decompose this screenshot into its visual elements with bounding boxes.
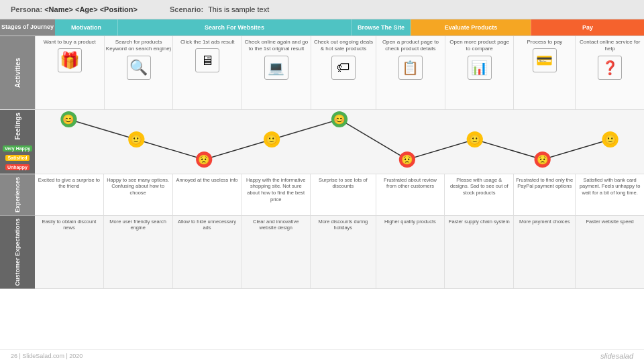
activity-icon-3: 💻 [264, 56, 288, 80]
activity-icon-7: 💳 [533, 48, 557, 72]
activity-icon-4: 🏷 [331, 56, 356, 80]
exp-8: Satisfied with bank card payment. Feels … [575, 174, 644, 215]
cexp-6: Faster supply chain system [444, 216, 513, 289]
exp-0: Excited to give a surprise to the friend [35, 174, 103, 215]
slide: Persona: <Name> <Age> <Position> Scenari… [0, 0, 644, 362]
stage-pay: Pay [531, 19, 644, 36]
experiences-label: Experiences [0, 174, 35, 215]
activity-7: Process to pay 💳 [513, 36, 575, 109]
feelings-row: Feelings Very Happy Satisfied Unhappy [0, 110, 644, 174]
feeling-emoji-5: 😟 [401, 154, 413, 166]
expectations-cells: Easily to obtain discount news More user… [35, 216, 644, 289]
activity-text-2: Click the 1st ads result [180, 39, 234, 46]
experiences-row: Experiences Excited to give a surprise t… [0, 174, 644, 216]
cexp-1: More user friendly search engine [103, 216, 172, 289]
exp-1: Happy to see many options. Confusing abo… [103, 174, 172, 215]
activity-icon-1: 🔍 [127, 56, 151, 80]
activity-5: Open a product page to check product det… [376, 36, 445, 109]
cexp-5: Higher quality products [376, 216, 445, 289]
activity-text-1: Search for products Keyword on search en… [106, 39, 172, 53]
feeling-emoji-3: 🙂 [266, 133, 278, 145]
journey-map: Stages of Journey Motivation Search For … [0, 19, 644, 289]
header: Persona: <Name> <Age> <Position> Scenari… [0, 0, 644, 19]
activity-3: Check online again and go to the 1st ori… [241, 36, 311, 109]
cexp-0: Easily to obtain discount news [35, 216, 103, 289]
activity-text-0: Want to buy a product [44, 39, 96, 46]
feeling-satisfied-badge: Satisfied [5, 155, 29, 161]
activity-icon-5: 📋 [398, 56, 423, 80]
persona-value: <Name> <Age> <Position> [44, 5, 138, 13]
exp-6: Please with usage & designs. Sad to see … [444, 174, 513, 215]
feelings-label: Feelings Very Happy Satisfied Unhappy [0, 110, 35, 174]
feeling-very-happy-badge: Very Happy [3, 145, 32, 152]
cexp-4: More discounts during holidays [310, 216, 375, 289]
activity-6: Open more product page to compare 📊 [445, 36, 514, 109]
activity-text-3: Check online again and go to the 1st ori… [244, 39, 309, 53]
feeling-emoji-2: 😟 [198, 154, 210, 166]
feeling-emoji-4: 😊 [333, 113, 345, 125]
feelings-title: Feelings [14, 113, 21, 140]
expectations-row: Customer Expectations Easily to obtain d… [0, 216, 644, 290]
feelings-chart: 😊 🙂 😟 🙂 😊 😟 [35, 110, 644, 174]
activity-8: Contact online service for help ❓ [575, 36, 644, 109]
stage-evaluate: Evaluate Products [411, 19, 531, 36]
activity-text-7: Process to pay [527, 39, 562, 46]
feeling-emoji-1: 🙂 [130, 133, 142, 145]
expectations-label: Customer Expectations [0, 216, 35, 289]
footer: 26 | SlideSalad.com | 2020 slidesalad [0, 349, 644, 362]
feeling-unhappy-badge: Unhappy [5, 164, 30, 170]
activity-icon-0: 🎁 [58, 48, 82, 72]
activity-icon-2: 🖥 [195, 48, 219, 72]
stage-search: Search For Websites [117, 19, 351, 36]
persona-label: Persona: <Name> <Age> <Position> [11, 5, 138, 13]
activity-text-6: Open more product page to compare [447, 39, 513, 53]
activity-0: Want to buy a product 🎁 [35, 36, 104, 109]
activity-text-4: Check out ongoing deals & hot sale produ… [313, 39, 374, 53]
exp-7: Frustrated to find only the PayPal payme… [513, 174, 575, 215]
stage-browse: Browse The Site [351, 19, 411, 36]
feeling-emoji-7: 😟 [537, 154, 549, 166]
footer-left: 26 | SlideSalad.com | 2020 [11, 353, 83, 359]
feeling-emoji-8: 🙂 [604, 133, 616, 145]
footer-right: slidesalad [600, 352, 633, 360]
activities-row: Activities Want to buy a product 🎁 Searc… [0, 36, 644, 110]
activity-2: Click the 1st ads result 🖥 [172, 36, 241, 109]
activity-4: Check out ongoing deals & hot sale produ… [311, 36, 376, 109]
activities-cells: Want to buy a product 🎁 Search for produ… [35, 36, 644, 109]
scenario-label: Scenario: This is sample text [170, 5, 269, 13]
activities-label: Activities [0, 36, 35, 109]
cexp-8: Faster website speed [575, 216, 644, 289]
activity-text-8: Contact online service for help [577, 39, 643, 53]
activity-icon-8: ❓ [598, 56, 622, 80]
activity-icon-6: 📊 [468, 56, 492, 80]
feeling-emoji-6: 🙂 [469, 133, 481, 145]
stages-label: Stages of Journey [0, 19, 55, 36]
exp-4: Surprise to see lots of discounts [310, 174, 375, 215]
scenario-value: This is sample text [208, 5, 269, 13]
experiences-cells: Excited to give a surprise to the friend… [35, 174, 644, 215]
activity-1: Search for products Keyword on search en… [104, 36, 173, 109]
cexp-3: Clear and innovative website design [241, 216, 310, 289]
cexp-2: Allow to hide unnecessary ads [172, 216, 241, 289]
exp-2: Annoyed at the useless info [172, 174, 241, 215]
stages-row: Stages of Journey Motivation Search For … [0, 19, 644, 36]
exp-3: Happy with the informative shopping site… [241, 174, 310, 215]
activity-text-5: Open a product page to check product det… [378, 39, 443, 53]
cexp-7: More payment choices [513, 216, 575, 289]
feeling-emoji-0: 😊 [62, 113, 74, 125]
stage-motivation: Motivation [55, 19, 117, 36]
feelings-svg: 😊 🙂 😟 🙂 😊 😟 [35, 110, 644, 169]
exp-5: Frustrated about review from other custo… [376, 174, 445, 215]
